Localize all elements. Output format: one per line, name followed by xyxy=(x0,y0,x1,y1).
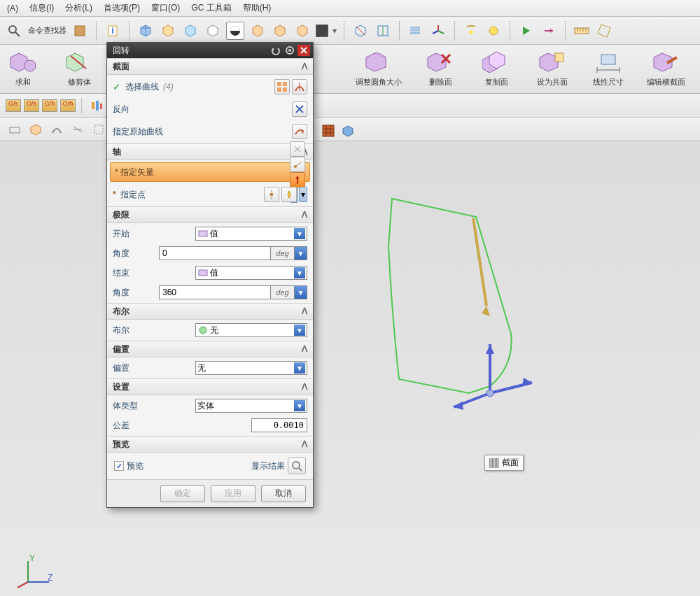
menu-item[interactable]: 分析(L) xyxy=(61,1,97,15)
inferred-vector-icon[interactable] xyxy=(290,172,305,187)
boolean-combo[interactable]: 无 ▼ xyxy=(195,323,307,337)
menu-item[interactable]: (A) xyxy=(3,2,22,15)
viewport[interactable]: 截面 Y Z xyxy=(0,141,700,596)
inferred-point-icon[interactable] xyxy=(281,187,297,202)
menu-item[interactable]: 信息(I) xyxy=(25,1,58,15)
cube-icon[interactable] xyxy=(342,125,354,137)
reverse-icon[interactable] xyxy=(292,101,307,117)
end-angle-input[interactable] xyxy=(159,285,271,299)
section-header-axis[interactable]: 轴 ᐱ xyxy=(107,143,313,160)
menu-item[interactable]: GC 工具箱 xyxy=(187,1,235,15)
view-icon[interactable] xyxy=(351,22,370,40)
view-icon[interactable] xyxy=(374,22,392,40)
sphere-icon[interactable] xyxy=(226,22,244,40)
filter-icon[interactable] xyxy=(88,97,106,115)
boolean-label: 布尔 xyxy=(113,325,190,336)
show-result-icon[interactable] xyxy=(288,457,306,474)
tool-icon[interactable] xyxy=(71,22,89,40)
cube-icon[interactable] xyxy=(204,22,222,40)
preview-checkbox[interactable]: ✓ xyxy=(114,461,124,471)
section-header-preview[interactable]: 预览 ᐱ xyxy=(107,436,313,453)
vector-dialog-icon[interactable] xyxy=(290,141,305,157)
value-icon xyxy=(197,267,209,278)
section-header-boolean[interactable]: 布尔 ᐱ xyxy=(107,303,313,320)
cube-icon[interactable] xyxy=(248,22,267,40)
tool-icon[interactable] xyxy=(484,22,503,40)
section-floating-label[interactable]: 截面 xyxy=(484,455,524,471)
menu-item[interactable]: 帮助(H) xyxy=(239,1,276,15)
point-picker-icon[interactable] xyxy=(264,187,279,202)
body-type-combo[interactable]: 实体 ▼ xyxy=(195,399,307,413)
spin-icon[interactable]: ▼ xyxy=(295,285,307,299)
end-combo[interactable]: 值 ▼ xyxy=(195,266,307,280)
ribbon-coplanar[interactable]: 设为共面 xyxy=(535,50,570,87)
start-combo[interactable]: 值 ▼ xyxy=(195,227,307,241)
ribbon-edit-section[interactable]: 编辑横截面 xyxy=(647,50,685,87)
ribbon-trim[interactable]: 修剪体 xyxy=(62,50,97,87)
measure-icon[interactable] xyxy=(573,22,591,40)
spin-icon[interactable]: ▼ xyxy=(295,246,307,260)
origin-curve-label[interactable]: 指定原始曲线 xyxy=(113,126,163,138)
ribbon-linear-dim[interactable]: 线性尺寸 xyxy=(591,50,626,87)
select-curves-label[interactable]: 选择曲线 xyxy=(125,81,159,93)
start-angle-input[interactable] xyxy=(159,246,271,260)
grid-icon[interactable] xyxy=(322,125,335,137)
origin-curve-icon[interactable] xyxy=(292,124,307,139)
specify-vector-row[interactable]: * 指定矢量 ▾ xyxy=(110,162,310,182)
sel-icon[interactable] xyxy=(90,120,108,139)
cube-icon[interactable] xyxy=(181,22,200,40)
info-icon[interactable]: i xyxy=(104,22,122,40)
vector-picker-icon[interactable] xyxy=(290,157,305,172)
ribbon-copy-face[interactable]: 复制面 xyxy=(479,50,514,87)
section-header-settings[interactable]: 设置 ᐱ xyxy=(107,378,313,395)
menu-item[interactable]: 窗口(O) xyxy=(147,1,184,15)
dialog-undo-icon[interactable] xyxy=(270,45,282,56)
sketch-icon[interactable] xyxy=(274,79,290,94)
offset-combo[interactable]: 无 ▼ xyxy=(195,361,307,375)
section-header-section[interactable]: 截面 ᐱ xyxy=(107,58,313,75)
apply-button[interactable]: 应用 xyxy=(211,485,255,502)
svg-point-26 xyxy=(489,27,498,35)
sel-icon[interactable] xyxy=(48,120,66,139)
axis-icon[interactable] xyxy=(429,22,447,40)
ok-button[interactable]: 确定 xyxy=(160,485,205,502)
command-finder-label[interactable]: 命令查找器 xyxy=(28,25,66,36)
menu-item[interactable]: 首选项(P) xyxy=(99,1,144,15)
cancel-button[interactable]: 取消 xyxy=(261,485,306,502)
cube-icon[interactable] xyxy=(271,22,289,40)
dropdown-icon[interactable]: ▾ xyxy=(299,187,307,202)
svg-rect-85 xyxy=(277,82,281,86)
reverse-label[interactable]: 反向 xyxy=(113,104,130,115)
filter-icon[interactable]: G/s xyxy=(6,99,21,112)
dialog-titlebar[interactable]: 回转 xyxy=(107,43,313,58)
ribbon-delete-face[interactable]: 删除面 xyxy=(423,50,458,87)
tolerance-label: 公差 xyxy=(113,420,190,432)
body-type-label: 体类型 xyxy=(113,400,190,412)
dialog-close-icon[interactable] xyxy=(298,45,310,56)
play-icon[interactable] xyxy=(517,22,536,40)
dialog-settings-icon[interactable] xyxy=(284,45,296,56)
svg-rect-54 xyxy=(92,102,94,109)
section-header-limits[interactable]: 极限 ᐱ xyxy=(107,206,313,223)
color-swatch[interactable] xyxy=(316,24,328,37)
finder-icon[interactable] xyxy=(6,22,24,40)
ribbon-sum[interactable]: 求和 xyxy=(6,50,41,87)
sel-icon[interactable] xyxy=(6,120,24,139)
sel-icon[interactable] xyxy=(69,120,87,139)
layers-icon[interactable] xyxy=(407,22,425,40)
cube-icon[interactable] xyxy=(293,22,312,40)
filter-icon[interactable]: O/s xyxy=(24,99,39,112)
arrow-icon[interactable] xyxy=(540,22,558,40)
measure-icon[interactable] xyxy=(595,22,613,40)
sel-icon[interactable] xyxy=(27,120,45,139)
ribbon-fillet[interactable]: 调整圆角大小 xyxy=(356,50,402,87)
tolerance-input[interactable] xyxy=(251,418,307,432)
curve-rule-icon[interactable] xyxy=(292,79,307,94)
filter-icon[interactable]: O/h xyxy=(60,99,76,112)
section-header-offset[interactable]: 偏置 ᐱ xyxy=(107,341,313,357)
cube-icon[interactable] xyxy=(159,22,177,40)
filter-icon[interactable]: G/h xyxy=(42,99,57,112)
dropdown-icon: ▼ xyxy=(294,400,305,411)
cube-icon[interactable] xyxy=(136,22,155,40)
tool-icon[interactable] xyxy=(462,22,480,40)
